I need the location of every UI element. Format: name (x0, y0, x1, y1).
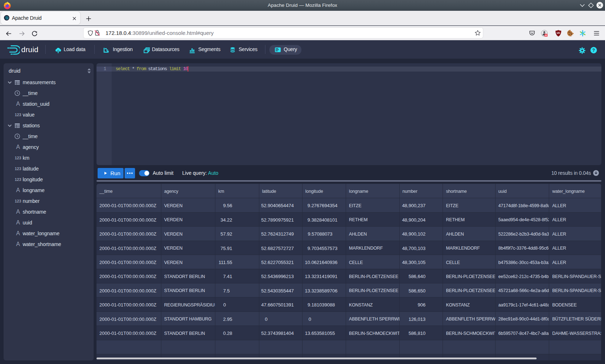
svg-text:UO: UO (557, 32, 560, 34)
svg-text:?: ? (592, 48, 595, 53)
